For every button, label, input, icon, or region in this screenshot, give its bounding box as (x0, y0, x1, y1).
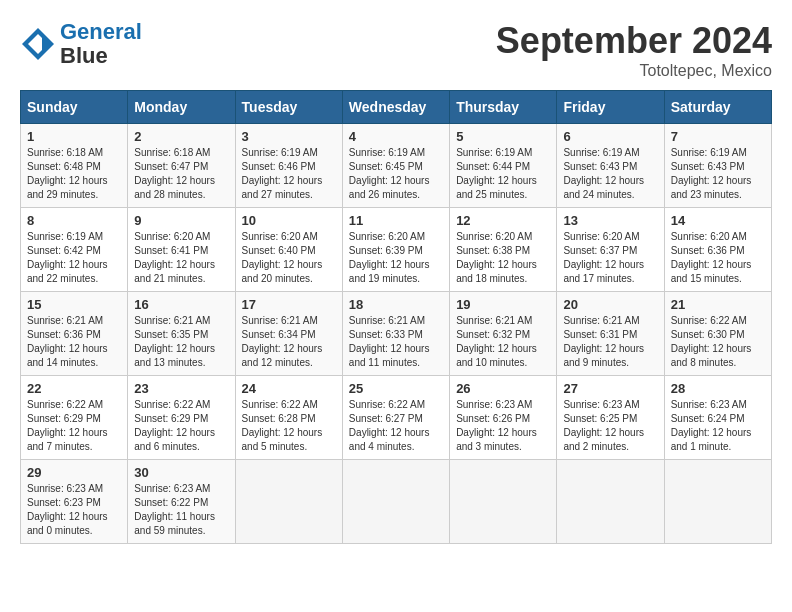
day-cell: 8Sunrise: 6:19 AM Sunset: 6:42 PM Daylig… (21, 208, 128, 292)
day-cell: 28Sunrise: 6:23 AM Sunset: 6:24 PM Dayli… (664, 376, 771, 460)
day-cell: 26Sunrise: 6:23 AM Sunset: 6:26 PM Dayli… (450, 376, 557, 460)
day-info: Sunrise: 6:20 AM Sunset: 6:39 PM Dayligh… (349, 230, 443, 286)
header-cell-sunday: Sunday (21, 91, 128, 124)
day-number: 25 (349, 381, 443, 396)
day-number: 28 (671, 381, 765, 396)
logo-icon (20, 26, 56, 62)
day-number: 23 (134, 381, 228, 396)
day-cell: 29Sunrise: 6:23 AM Sunset: 6:23 PM Dayli… (21, 460, 128, 544)
day-cell: 19Sunrise: 6:21 AM Sunset: 6:32 PM Dayli… (450, 292, 557, 376)
day-number: 16 (134, 297, 228, 312)
header-cell-tuesday: Tuesday (235, 91, 342, 124)
day-number: 13 (563, 213, 657, 228)
day-cell: 15Sunrise: 6:21 AM Sunset: 6:36 PM Dayli… (21, 292, 128, 376)
day-info: Sunrise: 6:20 AM Sunset: 6:38 PM Dayligh… (456, 230, 550, 286)
logo-line2: Blue (60, 43, 108, 68)
day-cell: 2Sunrise: 6:18 AM Sunset: 6:47 PM Daylig… (128, 124, 235, 208)
day-info: Sunrise: 6:20 AM Sunset: 6:41 PM Dayligh… (134, 230, 228, 286)
day-cell: 4Sunrise: 6:19 AM Sunset: 6:45 PM Daylig… (342, 124, 449, 208)
day-cell: 12Sunrise: 6:20 AM Sunset: 6:38 PM Dayli… (450, 208, 557, 292)
calendar-header: SundayMondayTuesdayWednesdayThursdayFrid… (21, 91, 772, 124)
day-cell: 1Sunrise: 6:18 AM Sunset: 6:48 PM Daylig… (21, 124, 128, 208)
calendar-table: SundayMondayTuesdayWednesdayThursdayFrid… (20, 90, 772, 544)
location-title: Totoltepec, Mexico (496, 62, 772, 80)
day-info: Sunrise: 6:18 AM Sunset: 6:48 PM Dayligh… (27, 146, 121, 202)
day-number: 4 (349, 129, 443, 144)
day-info: Sunrise: 6:19 AM Sunset: 6:45 PM Dayligh… (349, 146, 443, 202)
header-cell-thursday: Thursday (450, 91, 557, 124)
day-cell: 20Sunrise: 6:21 AM Sunset: 6:31 PM Dayli… (557, 292, 664, 376)
day-cell: 11Sunrise: 6:20 AM Sunset: 6:39 PM Dayli… (342, 208, 449, 292)
day-info: Sunrise: 6:22 AM Sunset: 6:29 PM Dayligh… (134, 398, 228, 454)
day-number: 24 (242, 381, 336, 396)
day-info: Sunrise: 6:22 AM Sunset: 6:27 PM Dayligh… (349, 398, 443, 454)
day-cell: 7Sunrise: 6:19 AM Sunset: 6:43 PM Daylig… (664, 124, 771, 208)
header-row: SundayMondayTuesdayWednesdayThursdayFrid… (21, 91, 772, 124)
week-row-4: 22Sunrise: 6:22 AM Sunset: 6:29 PM Dayli… (21, 376, 772, 460)
day-info: Sunrise: 6:18 AM Sunset: 6:47 PM Dayligh… (134, 146, 228, 202)
header-cell-wednesday: Wednesday (342, 91, 449, 124)
day-cell: 5Sunrise: 6:19 AM Sunset: 6:44 PM Daylig… (450, 124, 557, 208)
header-cell-friday: Friday (557, 91, 664, 124)
day-cell (557, 460, 664, 544)
day-number: 29 (27, 465, 121, 480)
day-cell: 17Sunrise: 6:21 AM Sunset: 6:34 PM Dayli… (235, 292, 342, 376)
day-info: Sunrise: 6:23 AM Sunset: 6:24 PM Dayligh… (671, 398, 765, 454)
day-info: Sunrise: 6:19 AM Sunset: 6:43 PM Dayligh… (563, 146, 657, 202)
day-cell: 22Sunrise: 6:22 AM Sunset: 6:29 PM Dayli… (21, 376, 128, 460)
day-cell: 9Sunrise: 6:20 AM Sunset: 6:41 PM Daylig… (128, 208, 235, 292)
day-number: 12 (456, 213, 550, 228)
day-info: Sunrise: 6:20 AM Sunset: 6:40 PM Dayligh… (242, 230, 336, 286)
day-number: 2 (134, 129, 228, 144)
day-cell: 3Sunrise: 6:19 AM Sunset: 6:46 PM Daylig… (235, 124, 342, 208)
day-number: 10 (242, 213, 336, 228)
day-number: 26 (456, 381, 550, 396)
day-cell: 23Sunrise: 6:22 AM Sunset: 6:29 PM Dayli… (128, 376, 235, 460)
day-cell (450, 460, 557, 544)
month-title: September 2024 (496, 20, 772, 62)
day-number: 30 (134, 465, 228, 480)
day-number: 14 (671, 213, 765, 228)
day-info: Sunrise: 6:22 AM Sunset: 6:30 PM Dayligh… (671, 314, 765, 370)
day-number: 1 (27, 129, 121, 144)
day-number: 5 (456, 129, 550, 144)
day-number: 15 (27, 297, 121, 312)
header-cell-saturday: Saturday (664, 91, 771, 124)
week-row-2: 8Sunrise: 6:19 AM Sunset: 6:42 PM Daylig… (21, 208, 772, 292)
page-header: General Blue September 2024 Totoltepec, … (20, 20, 772, 80)
day-info: Sunrise: 6:23 AM Sunset: 6:25 PM Dayligh… (563, 398, 657, 454)
day-cell: 18Sunrise: 6:21 AM Sunset: 6:33 PM Dayli… (342, 292, 449, 376)
day-cell: 24Sunrise: 6:22 AM Sunset: 6:28 PM Dayli… (235, 376, 342, 460)
header-cell-monday: Monday (128, 91, 235, 124)
title-block: September 2024 Totoltepec, Mexico (496, 20, 772, 80)
day-cell (342, 460, 449, 544)
day-info: Sunrise: 6:19 AM Sunset: 6:44 PM Dayligh… (456, 146, 550, 202)
day-info: Sunrise: 6:22 AM Sunset: 6:28 PM Dayligh… (242, 398, 336, 454)
day-cell: 14Sunrise: 6:20 AM Sunset: 6:36 PM Dayli… (664, 208, 771, 292)
day-info: Sunrise: 6:21 AM Sunset: 6:34 PM Dayligh… (242, 314, 336, 370)
day-number: 9 (134, 213, 228, 228)
day-info: Sunrise: 6:21 AM Sunset: 6:35 PM Dayligh… (134, 314, 228, 370)
day-info: Sunrise: 6:21 AM Sunset: 6:33 PM Dayligh… (349, 314, 443, 370)
logo-text: General Blue (60, 20, 142, 68)
day-info: Sunrise: 6:21 AM Sunset: 6:32 PM Dayligh… (456, 314, 550, 370)
day-info: Sunrise: 6:23 AM Sunset: 6:23 PM Dayligh… (27, 482, 121, 538)
day-info: Sunrise: 6:19 AM Sunset: 6:42 PM Dayligh… (27, 230, 121, 286)
day-info: Sunrise: 6:23 AM Sunset: 6:26 PM Dayligh… (456, 398, 550, 454)
day-cell (664, 460, 771, 544)
day-info: Sunrise: 6:21 AM Sunset: 6:36 PM Dayligh… (27, 314, 121, 370)
day-cell: 21Sunrise: 6:22 AM Sunset: 6:30 PM Dayli… (664, 292, 771, 376)
day-number: 18 (349, 297, 443, 312)
day-number: 19 (456, 297, 550, 312)
day-number: 27 (563, 381, 657, 396)
day-cell: 30Sunrise: 6:23 AM Sunset: 6:22 PM Dayli… (128, 460, 235, 544)
day-cell: 16Sunrise: 6:21 AM Sunset: 6:35 PM Dayli… (128, 292, 235, 376)
day-cell (235, 460, 342, 544)
week-row-1: 1Sunrise: 6:18 AM Sunset: 6:48 PM Daylig… (21, 124, 772, 208)
week-row-3: 15Sunrise: 6:21 AM Sunset: 6:36 PM Dayli… (21, 292, 772, 376)
day-number: 11 (349, 213, 443, 228)
day-info: Sunrise: 6:20 AM Sunset: 6:37 PM Dayligh… (563, 230, 657, 286)
day-number: 17 (242, 297, 336, 312)
day-info: Sunrise: 6:22 AM Sunset: 6:29 PM Dayligh… (27, 398, 121, 454)
day-number: 22 (27, 381, 121, 396)
